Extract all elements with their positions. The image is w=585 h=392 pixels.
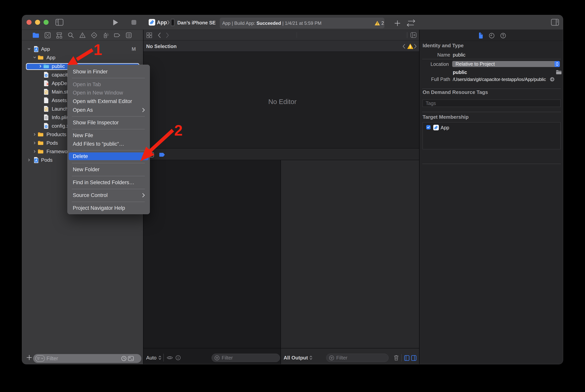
- svg-text:2: 2: [174, 122, 182, 139]
- svg-text:1: 1: [94, 41, 102, 58]
